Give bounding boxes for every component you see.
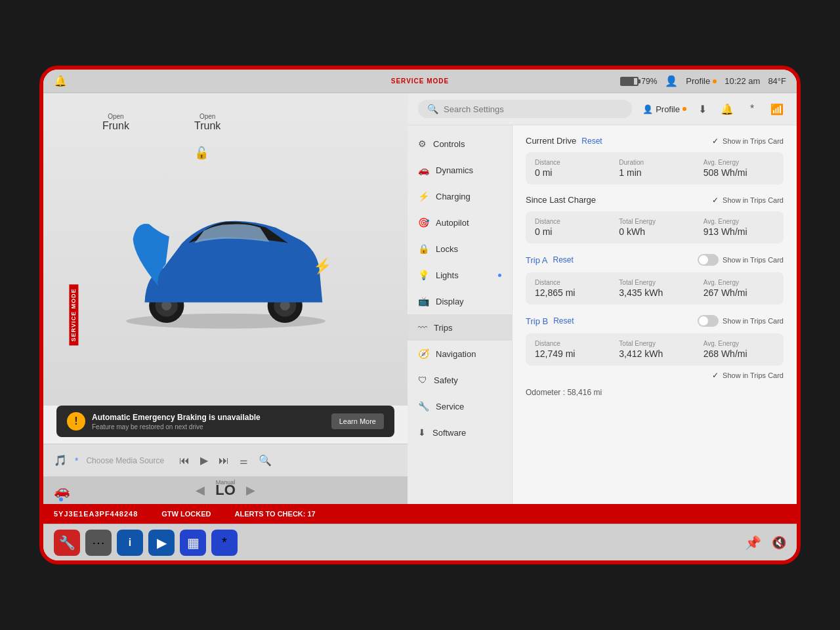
gear-left-arrow[interactable]: ◀ — [196, 483, 205, 497]
bluetooth-settings-icon[interactable]: * — [743, 100, 761, 118]
menu-item-dynamics[interactable]: 🚗 Dynamics — [408, 157, 512, 183]
taskbar-pin-icon[interactable]: 📌 — [745, 535, 761, 551]
frunk-label: Open Frunk — [102, 113, 129, 132]
menu-item-software[interactable]: ⬇ Software — [408, 419, 512, 446]
taskbar-play-icon[interactable]: ▶ — [148, 530, 175, 556]
service-label: Service — [436, 402, 464, 411]
taskbar-grid-icon[interactable]: ▦ — [180, 530, 206, 556]
equalizer-icon[interactable]: ⚌ — [240, 455, 248, 466]
controls-icon: ⚙ — [418, 138, 427, 149]
settings-bell-icon[interactable]: 🔔 — [718, 100, 736, 118]
charging-label: Charging — [436, 192, 471, 201]
current-time: 10:22 am — [724, 76, 760, 86]
trip-a-distance-value: 12,865 mi — [535, 287, 606, 298]
odometer-label: Odometer : — [526, 388, 565, 397]
trip-a-title-area: Trip A Reset — [526, 255, 574, 265]
alerts-text: ALERTS TO CHECK: 17 — [234, 510, 315, 518]
trip-a-distance-col: Distance 12,865 mi — [535, 279, 606, 298]
warning-icon: ! — [67, 412, 85, 430]
menu-list: ⚙ Controls 🚗 Dynamics ⚡ Charging 🎯 Autop… — [408, 125, 513, 504]
prev-track-button[interactable]: ⏮ — [179, 455, 190, 467]
slc-avg-energy-label: Avg. Energy — [704, 218, 774, 225]
slc-total-energy-label: Total Energy — [619, 218, 690, 225]
settings-profile-btn[interactable]: 👤 Profile — [642, 104, 686, 114]
status-bar: SERVICE MODE 🔔 79% 👤 Profile 10:22 am 84… — [43, 70, 797, 93]
taskbar-info-icon[interactable]: i — [117, 530, 143, 556]
gtw-locked-text: GTW LOCKED — [161, 510, 211, 518]
menu-item-safety[interactable]: 🛡 Safety — [408, 367, 512, 393]
taskbar-wrench-icon[interactable]: 🔧 — [54, 530, 80, 556]
current-drive-show-label: Show in Trips Card — [723, 137, 784, 145]
trips-label: Trips — [434, 323, 452, 333]
software-icon: ⬇ — [418, 427, 426, 438]
notification-icon[interactable]: 🔔 — [54, 75, 67, 87]
gear-bar: 🚗 Manual ◀ LO ▶ — [43, 476, 408, 504]
menu-item-service[interactable]: 🔧 Service — [408, 393, 512, 419]
taskbar-bluetooth-icon[interactable]: * — [211, 530, 238, 556]
taskbar-dots-icon[interactable]: ⋯ — [85, 530, 112, 556]
current-drive-distance-label: Distance — [535, 159, 606, 166]
right-panel: 🔍 👤 Profile ⬇ 🔔 * 📶 — [408, 93, 797, 504]
taskbar-volume-icon[interactable]: 🔇 — [772, 536, 786, 550]
trip-a-data-row: Distance 12,865 mi Total Energy 3,435 kW… — [535, 279, 774, 298]
lock-icon[interactable]: 🔓 — [194, 146, 209, 159]
trip-b-total-energy-value: 3,412 kWh — [619, 348, 690, 359]
service-icon: 🔧 — [418, 401, 429, 411]
controls-label: Controls — [433, 139, 465, 149]
menu-item-display[interactable]: 📺 Display — [408, 288, 512, 314]
warning-title: Automatic Emergency Braking is unavailab… — [92, 413, 325, 422]
battery-percent: 79% — [641, 77, 657, 86]
slc-avg-energy-value: 913 Wh/mi — [704, 226, 774, 237]
software-label: Software — [432, 428, 466, 438]
frunk-open-text: Open — [102, 113, 129, 120]
trip-b-section: Trip B Reset Show in Trips Card — [526, 315, 784, 366]
trunk-name[interactable]: Trunk — [194, 120, 220, 132]
menu-item-controls[interactable]: ⚙ Controls — [408, 131, 512, 157]
frunk-name[interactable]: Frunk — [102, 120, 129, 132]
trip-a-avg-energy-label: Avg. Energy — [704, 279, 774, 286]
menu-item-trips[interactable]: 〰 Trips — [408, 314, 512, 341]
odometer-value: 58,416 mi — [567, 388, 602, 397]
trip-b-show-label: Show in Trips Card — [723, 317, 784, 325]
next-track-button[interactable]: ⏭ — [219, 455, 229, 467]
safety-label: Safety — [434, 375, 458, 385]
trip-b-toggle[interactable] — [698, 315, 719, 327]
current-drive-duration-col: Duration 1 min — [619, 159, 690, 178]
search-input-wrap[interactable]: 🔍 — [418, 100, 632, 118]
gear-right-arrow[interactable]: ▶ — [246, 483, 255, 497]
settings-profile-label: Profile — [656, 104, 680, 114]
profile-dot — [713, 79, 717, 83]
trip-b-title: Trip B — [526, 316, 548, 326]
search-input[interactable] — [444, 104, 623, 114]
trip-a-title: Trip A — [526, 255, 547, 265]
trip-b-distance-label: Distance — [535, 340, 606, 347]
signal-icon[interactable]: 📶 — [768, 100, 786, 118]
menu-item-lights[interactable]: 💡 Lights — [408, 262, 512, 288]
current-drive-reset-btn[interactable]: Reset — [581, 136, 602, 146]
search-icon: 🔍 — [427, 104, 438, 114]
current-drive-distance-value: 0 mi — [535, 167, 606, 178]
play-button[interactable]: ▶ — [200, 454, 208, 467]
since-last-charge-data-row: Distance 0 mi Total Energy 0 kWh Avg. En… — [535, 218, 774, 237]
trip-b-avg-energy-value: 268 Wh/mi — [704, 348, 774, 359]
account-icon[interactable]: 👤 — [665, 75, 678, 87]
download-icon[interactable]: ⬇ — [693, 100, 711, 118]
since-last-charge-header: Since Last Charge ✓ Show in Trips Card — [526, 195, 784, 205]
search-media-icon[interactable]: 🔍 — [259, 454, 272, 467]
menu-item-autopilot[interactable]: 🎯 Autopilot — [408, 209, 512, 236]
trip-a-show-label: Show in Trips Card — [723, 256, 784, 264]
settings-layout: ⚙ Controls 🚗 Dynamics ⚡ Charging 🎯 Autop… — [408, 125, 797, 504]
profile-button[interactable]: Profile — [686, 76, 717, 86]
menu-item-locks[interactable]: 🔒 Locks — [408, 236, 512, 262]
gear-label: Manual — [216, 479, 236, 486]
menu-item-charging[interactable]: ⚡ Charging — [408, 183, 512, 209]
trip-a-toggle[interactable] — [698, 254, 719, 266]
learn-more-button[interactable]: Learn More — [331, 413, 384, 429]
current-drive-duration-value: 1 min — [619, 167, 690, 178]
trip-b-reset-btn[interactable]: Reset — [553, 316, 574, 326]
trip-b-show-trips: Show in Trips Card — [698, 315, 784, 327]
trip-a-reset-btn[interactable]: Reset — [553, 255, 573, 264]
menu-item-navigation[interactable]: 🧭 Navigation — [408, 341, 512, 367]
car-area: Open Frunk Open Trunk 🔓 — [43, 93, 408, 406]
trip-a-card: Distance 12,865 mi Total Energy 3,435 kW… — [526, 272, 784, 304]
